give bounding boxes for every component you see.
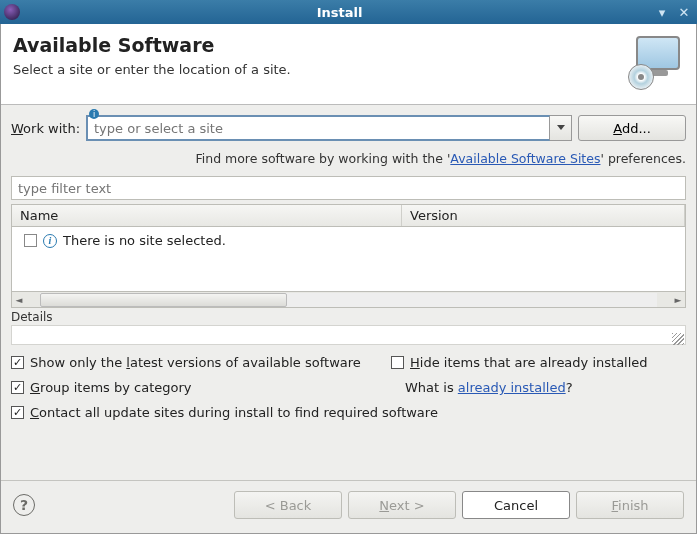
titlebar[interactable]: Install ▾ ✕ bbox=[0, 0, 697, 24]
window-body: Available Software Select a site or ente… bbox=[0, 24, 697, 534]
horizontal-scrollbar[interactable]: ◄ ► bbox=[11, 292, 686, 308]
details-label: Details bbox=[11, 310, 686, 324]
row-checkbox[interactable] bbox=[24, 234, 37, 247]
work-with-label: Work with: bbox=[11, 121, 80, 136]
details-box bbox=[11, 325, 686, 345]
work-with-combo[interactable] bbox=[86, 115, 572, 141]
hint-text: Find more software by working with the '… bbox=[11, 145, 686, 176]
add-button[interactable]: Add... bbox=[578, 115, 686, 141]
already-installed-link[interactable]: already installed bbox=[458, 380, 566, 395]
column-version[interactable]: Version bbox=[402, 205, 685, 226]
info-badge-icon: i bbox=[89, 109, 99, 119]
footer: ? < Back Next > Cancel Finish bbox=[1, 480, 696, 533]
minimize-icon[interactable]: ▾ bbox=[653, 3, 671, 21]
info-icon: i bbox=[43, 234, 57, 248]
check-latest-versions[interactable]: Show only the latest versions of availab… bbox=[11, 355, 391, 370]
checkbox[interactable] bbox=[11, 406, 24, 419]
scroll-thumb[interactable] bbox=[40, 293, 287, 307]
scroll-left-icon[interactable]: ◄ bbox=[12, 293, 26, 307]
already-installed-text: What is already installed? bbox=[405, 380, 573, 395]
help-icon[interactable]: ? bbox=[13, 494, 35, 516]
checkbox[interactable] bbox=[11, 381, 24, 394]
column-name[interactable]: Name bbox=[12, 205, 402, 226]
software-sites-link[interactable]: Available Software Sites bbox=[450, 151, 600, 166]
next-button[interactable]: Next > bbox=[348, 491, 456, 519]
cancel-button[interactable]: Cancel bbox=[462, 491, 570, 519]
checkbox[interactable] bbox=[11, 356, 24, 369]
combo-chevron-down-icon[interactable] bbox=[550, 115, 572, 141]
page-title: Available Software bbox=[13, 34, 628, 56]
close-icon[interactable]: ✕ bbox=[675, 3, 693, 21]
row-text: There is no site selected. bbox=[63, 233, 226, 248]
scroll-right-icon[interactable]: ► bbox=[671, 293, 685, 307]
software-table: Name Version i There is no site selected… bbox=[11, 204, 686, 292]
page-subtitle: Select a site or enter the location of a… bbox=[13, 62, 628, 77]
work-with-input[interactable] bbox=[86, 115, 550, 141]
check-hide-installed[interactable]: Hide items that are already installed bbox=[391, 355, 686, 370]
resize-grip-icon[interactable] bbox=[672, 333, 684, 345]
work-with-row: i Work with: Add... bbox=[11, 115, 686, 141]
check-group-by-category[interactable]: Group items by category bbox=[11, 380, 391, 395]
check-contact-update-sites[interactable]: Contact all update sites during install … bbox=[11, 405, 686, 420]
header: Available Software Select a site or ente… bbox=[1, 24, 696, 105]
eclipse-icon bbox=[4, 4, 20, 20]
install-icon bbox=[628, 34, 684, 90]
back-button[interactable]: < Back bbox=[234, 491, 342, 519]
checkbox[interactable] bbox=[391, 356, 404, 369]
table-row[interactable]: i There is no site selected. bbox=[18, 231, 679, 250]
filter-input[interactable] bbox=[11, 176, 686, 200]
finish-button[interactable]: Finish bbox=[576, 491, 684, 519]
window-title: Install bbox=[26, 5, 653, 20]
